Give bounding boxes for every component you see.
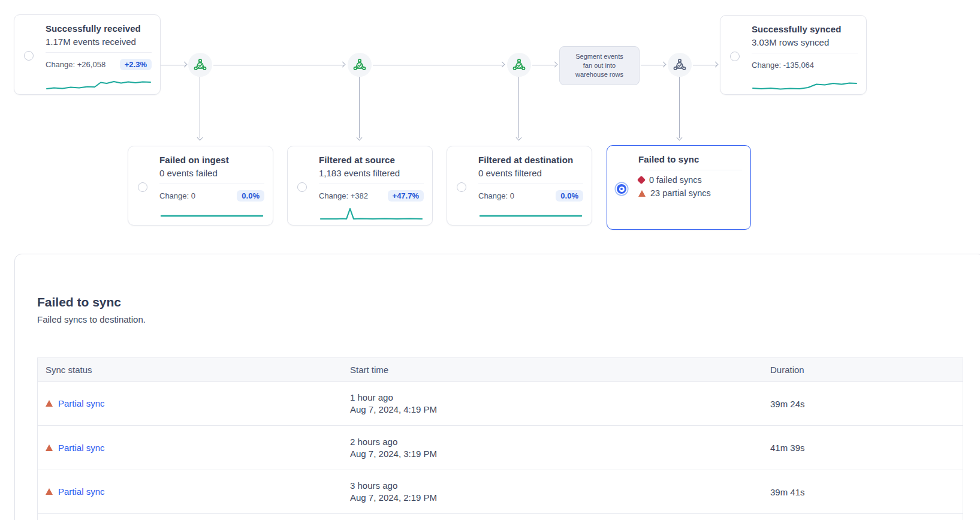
relative-time: 2 hours ago — [350, 436, 762, 448]
divider — [478, 184, 583, 184]
triangle-icon — [46, 444, 53, 451]
metric-card-filtered-at-source[interactable]: Filtered at source 1,183 events filtered… — [287, 146, 433, 226]
radio-filtered-at-source[interactable] — [297, 182, 307, 192]
sync-table: Sync status Start time Duration Partial … — [37, 357, 963, 520]
duration-value: 39m 41s — [762, 487, 963, 497]
change-badge: 0.0% — [237, 190, 264, 202]
sync-node-icon — [353, 58, 366, 71]
arrow-right-icon — [340, 62, 346, 68]
connector-line — [373, 65, 503, 65]
radio-successfully-received[interactable] — [24, 51, 34, 61]
arrow-right-icon — [499, 62, 505, 68]
sparkline — [319, 206, 424, 223]
sync-node-icon — [673, 58, 686, 71]
sync-node-icon — [512, 58, 526, 71]
metric-card-successfully-received[interactable]: Successfully received 1.17M events recei… — [14, 14, 161, 95]
timestamp: Aug 7, 2024, 3:19 PM — [350, 448, 762, 460]
arrow-right-icon — [552, 62, 558, 68]
stat-label: 0 failed syncs — [649, 175, 702, 185]
metric-card-successfully-synced[interactable]: Successfully synced 3.03M rows synced Ch… — [720, 15, 867, 95]
arrow-down-icon — [197, 135, 203, 141]
radio-failed-on-ingest[interactable] — [138, 182, 147, 192]
arrow-right-icon — [182, 62, 188, 68]
column-header-duration: Duration — [762, 365, 963, 375]
change-badge: +47.7% — [388, 190, 424, 202]
change-label: Change: 0 — [478, 191, 514, 200]
change-label: Change: +382 — [319, 191, 368, 200]
divider — [46, 52, 152, 53]
radio-filtered-at-destination[interactable] — [457, 182, 466, 192]
partial-sync-link[interactable]: Partial sync — [46, 486, 105, 497]
table-row: Partial sync 2 hours ago Aug 7, 2024, 3:… — [38, 426, 963, 470]
duration-value: 41m 39s — [762, 443, 963, 453]
card-title: Successfully received — [46, 23, 152, 34]
connector-line — [679, 77, 680, 138]
metric-card-failed-to-sync[interactable]: Failed to sync 0 failed syncs 23 partial… — [607, 145, 751, 230]
card-subtitle: 1.17M events received — [46, 37, 152, 47]
column-header-sync-status: Sync status — [38, 365, 342, 375]
destination-filter-node — [507, 53, 531, 77]
failed-syncs-stat: 0 failed syncs — [638, 175, 742, 185]
card-title: Failed to sync — [638, 154, 742, 164]
card-subtitle: 0 events filtered — [478, 168, 583, 178]
card-subtitle: 3.03M rows synced — [752, 37, 858, 47]
metric-card-failed-on-ingest[interactable]: Failed on ingest 0 events failed Change:… — [128, 146, 273, 226]
duration-value: 39m 24s — [762, 399, 963, 409]
radio-successfully-synced[interactable] — [730, 52, 740, 61]
diamond-icon — [637, 176, 646, 184]
partial-sync-link[interactable]: Partial sync — [46, 398, 105, 408]
connector-line — [213, 65, 344, 65]
panel-title: Failed to sync — [37, 295, 121, 309]
table-row: Partial sync 3 hours ago Aug 7, 2024, 2:… — [38, 470, 963, 514]
column-header-start-time: Start time — [342, 365, 762, 375]
change-badge: +2.3% — [120, 59, 152, 70]
arrow-right-icon — [661, 62, 667, 68]
change-badge: 0.0% — [556, 190, 583, 202]
table-header-row: Sync status Start time Duration — [38, 358, 963, 382]
divider — [752, 53, 858, 53]
status-label: Partial sync — [58, 443, 105, 453]
card-subtitle: 0 events failed — [159, 168, 264, 178]
status-label: Partial sync — [58, 486, 105, 497]
stat-label: 23 partial syncs — [650, 188, 711, 198]
ingest-node — [188, 53, 212, 77]
fanout-note: Segment events fan out into warehouse ro… — [559, 46, 640, 85]
arrow-down-icon — [516, 135, 522, 141]
sparkline — [478, 206, 583, 223]
sparkline — [46, 75, 152, 92]
triangle-icon — [638, 190, 646, 197]
partial-sync-link[interactable]: Partial sync — [46, 443, 105, 453]
fanout-note-line: Segment events — [575, 52, 623, 61]
divider — [319, 184, 424, 184]
fanout-note-line: fan out into — [583, 61, 616, 70]
timestamp: Aug 7, 2024, 4:19 PM — [350, 404, 762, 416]
panel-description: Failed syncs to destination. — [37, 314, 146, 324]
relative-time: 3 hours ago — [350, 480, 762, 492]
radio-failed-to-sync[interactable] — [617, 184, 626, 194]
timestamp: Aug 7, 2024, 2:19 PM — [350, 492, 762, 504]
card-title: Filtered at destination — [478, 155, 583, 165]
relative-time: 1 hour ago — [350, 392, 762, 404]
arrow-down-icon — [357, 135, 363, 141]
sparkline — [752, 76, 858, 92]
card-title: Filtered at source — [319, 155, 424, 165]
partial-syncs-stat: 23 partial syncs — [638, 188, 742, 198]
sparkline — [159, 206, 264, 223]
failed-to-sync-panel: Failed to sync Failed syncs to destinati… — [14, 254, 980, 520]
arrow-down-icon — [677, 135, 683, 141]
table-row-cutoff — [38, 514, 963, 520]
divider — [638, 170, 742, 170]
divider — [159, 184, 264, 184]
arrow-right-icon — [713, 62, 719, 68]
change-label: Change: +26,058 — [46, 60, 105, 69]
fanout-note-line: warehouse rows — [575, 70, 623, 79]
card-title: Successfully synced — [752, 24, 858, 34]
sync-node — [668, 53, 692, 77]
triangle-icon — [46, 488, 53, 495]
status-label: Partial sync — [58, 398, 105, 408]
metric-card-filtered-at-destination[interactable]: Filtered at destination 0 events filtere… — [447, 146, 592, 226]
card-title: Failed on ingest — [159, 155, 264, 165]
card-subtitle: 1,183 events filtered — [319, 168, 424, 178]
change-label: Change: -135,064 — [752, 61, 814, 70]
sync-node-icon — [194, 58, 207, 71]
